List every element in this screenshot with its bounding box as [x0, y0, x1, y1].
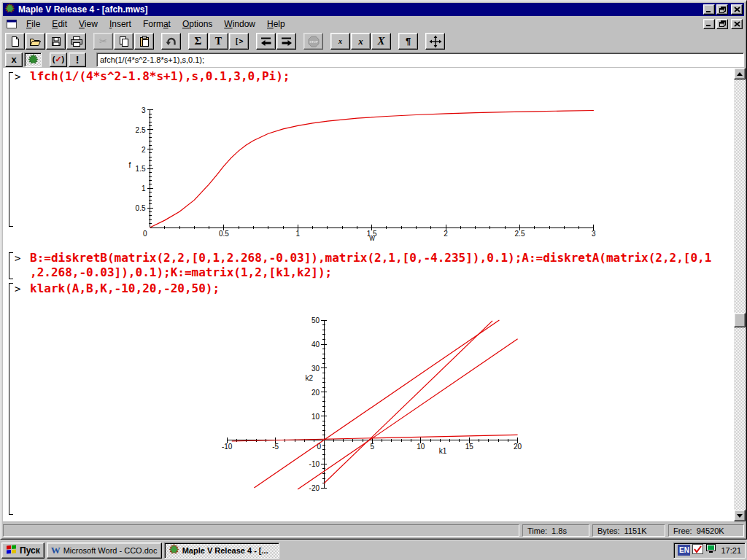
y-tick-label: 40 [311, 341, 320, 349]
input-prompt: > [15, 283, 20, 295]
window-title: Maple V Release 4 - [afch.mws] [18, 4, 147, 15]
x-medium-icon: x [358, 36, 363, 47]
menu-item-insert[interactable]: Insert [104, 18, 137, 31]
plot2-svg: -10-55101520-20-1010203040500k1k2 [209, 309, 538, 513]
bytes-value: 1151K [624, 526, 647, 535]
document-icon[interactable] [6, 19, 18, 29]
menu-item-format[interactable]: Format [137, 18, 177, 31]
x-tick-label: -5 [272, 443, 279, 451]
time-label: Time: [527, 526, 547, 535]
child-restore-button[interactable] [716, 19, 728, 29]
x-axis-label: w [368, 234, 375, 242]
menu-item-view[interactable]: View [73, 18, 104, 31]
interrupt-icon: ! [76, 54, 80, 66]
cut-button[interactable]: ✂ [93, 33, 113, 50]
plot1-svg: 0.511.522.530.511.522.530wf [118, 101, 629, 254]
menu-bar: FileEditViewInsertFormatOptionsWindowHel… [3, 17, 744, 31]
free-label: Free: [673, 526, 692, 535]
context-toolbar: x(✓)! [3, 51, 744, 68]
tray-monitor-icon[interactable] [705, 544, 716, 556]
start-button[interactable]: Пуск [1, 542, 44, 559]
child-close-button[interactable] [731, 19, 743, 29]
x-tick-label: 2 [444, 230, 448, 238]
y-tick-label: 20 [311, 389, 320, 397]
close-button[interactable] [731, 4, 743, 15]
menu-item-options[interactable]: Options [177, 18, 218, 31]
command-input[interactable] [96, 52, 744, 67]
restore-button[interactable] [716, 4, 728, 15]
maple-input-button[interactable]: [> [229, 33, 249, 50]
menu-item-window[interactable]: Window [218, 18, 261, 31]
menu-item-file[interactable]: File [20, 18, 46, 31]
clock[interactable]: 17:21 [721, 546, 741, 555]
stop-button[interactable]: STOP [303, 33, 323, 50]
maple-code-line[interactable]: ,2.268,-0.03]),0.1);K:=matrix(1,2,[k1,k2… [30, 265, 332, 279]
klark-plot[interactable]: -10-55101520-20-1010203040500k1k2 [209, 309, 538, 516]
check-syntax-button[interactable]: (✓) [50, 52, 67, 67]
language-indicator[interactable]: EN [678, 545, 690, 556]
y-tick-label: -10 [309, 460, 320, 468]
copy-button[interactable] [114, 33, 133, 50]
x-small-button[interactable]: x [330, 33, 350, 50]
maple-leaf-button[interactable] [24, 52, 42, 67]
vertical-scrollbar[interactable] [734, 68, 746, 521]
y-tick-label: 3 [142, 106, 146, 114]
outdent-icon [260, 36, 273, 47]
tray-check-icon[interactable] [692, 544, 703, 556]
undo-icon [166, 36, 177, 47]
y-tick-label: 30 [311, 365, 320, 373]
save-button[interactable] [46, 33, 66, 50]
group-bracket [9, 252, 13, 279]
maple-code-line[interactable]: klark(A,B,K,-10,20,-20,50); [30, 281, 220, 295]
scroll-up-button[interactable] [734, 68, 746, 79]
title-bar: Maple V Release 4 - [afch.mws] [3, 3, 744, 16]
indent-button[interactable] [276, 33, 296, 50]
child-minimize-button[interactable] [703, 19, 715, 29]
y-tick-label: 0.5 [136, 204, 146, 212]
frequency-response-plot[interactable]: 0.511.522.530.511.522.530wf [118, 101, 629, 257]
maple-code-line[interactable]: B:=diskretB(matrix(2,2,[0,1,2.268,-0.03]… [30, 251, 711, 265]
x-medium-button[interactable]: x [351, 33, 371, 50]
status-message-panel [3, 524, 519, 537]
x-large-button[interactable]: X [371, 33, 391, 50]
paragraph-button[interactable]: ¶ [398, 33, 418, 50]
menu-item-edit[interactable]: Edit [46, 18, 73, 31]
maple-app-icon[interactable] [4, 3, 15, 16]
svg-text:STOP: STOP [309, 39, 318, 43]
outdent-button[interactable] [256, 33, 276, 50]
input-prompt: > [15, 252, 20, 264]
new-icon [9, 36, 21, 47]
text-mode-button[interactable]: T [209, 33, 228, 50]
y-tick-label: 1 [142, 184, 146, 192]
stop-icon: STOP [307, 35, 320, 48]
paste-button[interactable] [134, 33, 154, 50]
minimize-button[interactable] [703, 4, 715, 15]
interrupt-button[interactable]: ! [69, 52, 86, 67]
sum-button[interactable]: Σ [188, 33, 208, 50]
expand-button[interactable] [425, 33, 445, 50]
time-value: 1.8s [551, 526, 567, 535]
y-tick-label: 10 [311, 413, 320, 421]
system-tray: EN 17:21 [673, 542, 746, 559]
scroll-down-button[interactable] [734, 510, 746, 521]
new-button[interactable] [5, 33, 25, 50]
menu-item-help[interactable]: Help [261, 18, 291, 31]
y-tick-label: 1.5 [136, 165, 146, 173]
arrow-down-icon [737, 514, 743, 518]
y-tick-label: 50 [311, 316, 320, 324]
print-button[interactable] [66, 33, 86, 50]
arrow-up-icon [737, 72, 743, 76]
task-button-maple[interactable]: Maple V Release 4 - [... [164, 542, 279, 559]
y-axis-label: f [129, 161, 131, 169]
indent-icon [280, 36, 293, 47]
worksheet[interactable]: > lfch(1/(4*s^2-1.8*s+1),s,0.1,3,0,Pi); … [3, 68, 734, 521]
status-bar: Time: 1.8s Bytes: 1151K Free: 94520K [3, 522, 744, 538]
maple-code-line[interactable]: lfch(1/(4*s^2-1.8*s+1),s,0.1,3,0,Pi); [30, 69, 290, 83]
math-x-button[interactable]: x [5, 52, 23, 67]
task-button-word[interactable]: W Microsoft Word - CCO.doc [47, 542, 162, 559]
undo-button[interactable] [161, 33, 181, 50]
scrollbar-thumb[interactable] [734, 313, 746, 327]
open-button[interactable] [26, 33, 45, 50]
windows-logo-icon [6, 544, 17, 556]
y-tick-label: 2 [142, 146, 146, 154]
